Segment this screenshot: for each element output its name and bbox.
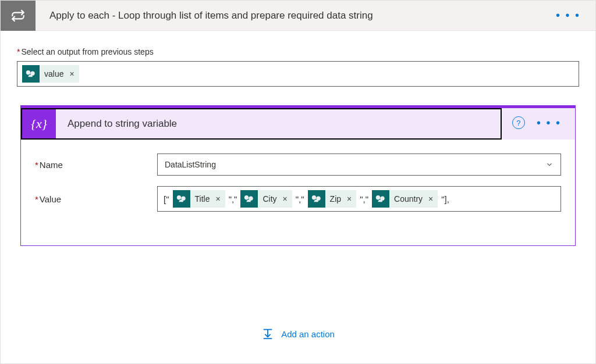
sharepoint-icon xyxy=(372,190,389,208)
name-select-value: DataListString xyxy=(165,160,216,169)
value-field-label: *Value xyxy=(35,194,157,204)
token-label: Zip xyxy=(330,194,341,204)
token-remove-button[interactable]: × xyxy=(215,194,220,204)
name-select[interactable]: DataListString xyxy=(157,154,561,176)
token-label: Title xyxy=(195,194,210,204)
dynamic-token-zip[interactable]: Zip × xyxy=(308,190,357,208)
literal-text: "], xyxy=(440,194,450,204)
apply-to-each-header[interactable]: Apply to each - Loop through list of ite… xyxy=(1,1,595,31)
sharepoint-icon xyxy=(240,190,258,208)
literal-text: [" xyxy=(162,194,171,204)
append-to-string-card: {x} Append to string variable ? • • • *N… xyxy=(20,105,576,246)
value-input[interactable]: [" Title × "," City × xyxy=(157,186,561,212)
token-remove-button[interactable]: × xyxy=(428,194,433,204)
literal-text: "," xyxy=(228,194,239,204)
token-remove-button[interactable]: × xyxy=(347,194,352,204)
literal-text: "," xyxy=(295,194,306,204)
variable-icon: {x} xyxy=(22,109,56,138)
name-field-label: *Name xyxy=(35,160,157,170)
dynamic-token-title[interactable]: Title × xyxy=(173,190,225,208)
token-remove-button[interactable]: × xyxy=(69,69,74,78)
literal-text: "," xyxy=(359,194,370,204)
append-to-string-header[interactable]: {x} Append to string variable xyxy=(21,108,502,140)
select-output-input[interactable]: value × xyxy=(17,61,579,87)
dynamic-token-city[interactable]: City × xyxy=(240,190,292,208)
select-output-label: *Select an output from previous steps xyxy=(17,47,579,56)
dynamic-token-value[interactable]: value × xyxy=(22,65,79,83)
append-to-string-title: Append to string variable xyxy=(56,118,177,130)
loop-icon xyxy=(1,1,36,31)
apply-to-each-menu-button[interactable]: • • • xyxy=(541,9,595,22)
apply-to-each-title: Apply to each - Loop through list of ite… xyxy=(36,10,541,22)
help-button[interactable]: ? xyxy=(512,116,525,129)
token-remove-button[interactable]: × xyxy=(283,194,288,204)
token-label: value xyxy=(44,69,63,78)
add-action-label: Add an action xyxy=(281,329,335,339)
dynamic-token-country[interactable]: Country × xyxy=(372,190,438,208)
add-action-button[interactable]: Add an action xyxy=(1,327,595,340)
sharepoint-icon xyxy=(173,190,190,208)
sharepoint-icon xyxy=(22,65,40,83)
chevron-down-icon xyxy=(545,160,554,169)
token-label: Country xyxy=(394,194,423,204)
append-to-string-menu-button[interactable]: • • • xyxy=(528,116,565,130)
sharepoint-icon xyxy=(308,190,325,208)
token-label: City xyxy=(262,194,276,204)
add-action-icon xyxy=(261,327,274,340)
